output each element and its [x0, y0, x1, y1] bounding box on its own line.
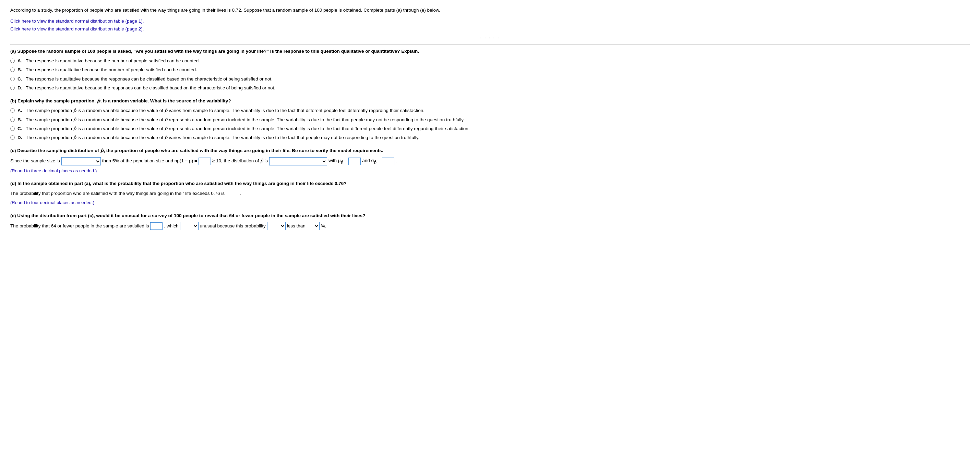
dots-divider: · · · · ·	[10, 35, 970, 41]
part-a-option-d: D. The response is quantitative because …	[10, 85, 970, 92]
part-a-label: (a) Suppose the random sample of 100 peo…	[10, 48, 970, 55]
part-e-dropdown-lessthan[interactable]: is is not	[267, 222, 286, 230]
part-c-sub-sigma: p̂	[374, 160, 377, 164]
part-c-text-and: and σp̂ =	[362, 157, 380, 165]
part-b-text-d: The sample proportion p̂ is a random var…	[26, 134, 970, 141]
part-c-label: (c) Describe the sampling distribution o…	[10, 147, 970, 154]
part-c-sampling-row: Since the sample size is less than great…	[10, 157, 970, 165]
part-e-row: The probability that 64 or fewer people …	[10, 222, 970, 230]
part-b-option-d: D. The sample proportion p̂ is a random …	[10, 134, 970, 141]
part-b-option-c: C. The sample proportion p̂ is a random …	[10, 125, 970, 132]
part-a-label-b: B.	[18, 67, 24, 73]
part-c-text-since: Since the sample size is	[10, 158, 60, 165]
part-c-input-mu[interactable]	[348, 158, 361, 165]
part-a-label-d: D.	[18, 85, 24, 92]
part-a-question: Suppose the random sample of 100 people …	[17, 49, 419, 54]
part-a-radio-c[interactable]	[10, 77, 15, 81]
divider	[10, 44, 970, 44]
part-a-label-c: C.	[18, 76, 24, 82]
part-e-text-unusual: unusual because this probability	[200, 223, 266, 230]
part-e-text-start: The probability that 64 or fewer people …	[10, 223, 149, 230]
part-c-dropdown-dist[interactable]: approximately normal exactly normal skew…	[269, 157, 327, 165]
part-a-text-d: The response is quantitative because the…	[26, 85, 970, 92]
part-e-dropdown-is[interactable]: is is not	[180, 222, 199, 230]
part-b-label: (b) Explain why the sample proportion, p…	[10, 98, 970, 105]
part-c-section: (c) Describe the sampling distribution o…	[10, 147, 970, 174]
part-a-option-c: C. The response is qualitative because t…	[10, 76, 970, 82]
part-a-radio-d[interactable]	[10, 86, 15, 90]
part-b-radio-b[interactable]	[10, 117, 15, 122]
part-d-row: The probability that proportion who are …	[10, 190, 970, 197]
part-c-round-note: (Round to three decimal places as needed…	[10, 168, 970, 174]
part-e-label: (e) Using the distribution from part (c)…	[10, 212, 970, 219]
part-b-radio-a[interactable]	[10, 108, 15, 113]
part-c-sub-mu: p̂	[341, 160, 343, 164]
part-c-input-np[interactable]	[199, 158, 211, 165]
part-d-round-note: (Round to four decimal places as needed.…	[10, 200, 970, 206]
part-a-option-a: A. The response is quantitative because …	[10, 57, 970, 64]
part-c-input-sigma[interactable]	[382, 158, 395, 165]
part-e-question: Using the distribution from part (c), wo…	[17, 213, 365, 218]
part-d-label: (d) In the sample obtained in part (a), …	[10, 180, 970, 187]
part-b-label-b: B.	[18, 116, 24, 123]
part-d-period: .	[240, 190, 241, 197]
part-b-text-b: The sample proportion p̂ is a random var…	[26, 116, 970, 123]
part-e-input-prob[interactable]	[150, 222, 162, 230]
part-a-radio-b[interactable]	[10, 68, 15, 72]
part-d-input[interactable]	[226, 190, 238, 197]
part-c-dropdown-size[interactable]: less than greater than equal to	[61, 157, 101, 165]
part-a-option-b: B. The response is qualitative because t…	[10, 67, 970, 73]
part-a-label-a: A.	[18, 57, 24, 64]
part-c-text-with: with μp̂ =	[328, 157, 347, 165]
part-b-question: Explain why the sample proportion, p̂, i…	[18, 98, 231, 103]
part-c-text-geq10: ≥ 10, the distribution of p̂ is	[212, 158, 268, 165]
link-page1[interactable]: Click here to view the standard normal d…	[10, 18, 970, 25]
part-a-options: A. The response is quantitative because …	[10, 57, 970, 92]
part-b-label-c: C.	[18, 125, 24, 132]
part-b-options: A. The sample proportion p̂ is a random …	[10, 107, 970, 141]
part-e-text-which: , which	[164, 223, 178, 230]
part-a-section: (a) Suppose the random sample of 100 peo…	[10, 48, 970, 92]
part-e-dropdown-pct[interactable]: 1 5 10	[307, 222, 320, 230]
part-c-text-than: than 5% of the population size and np(1 …	[102, 158, 197, 165]
part-a-text-b: The response is qualitative because the …	[26, 67, 970, 73]
part-b-radio-d[interactable]	[10, 135, 15, 140]
part-c-question: Describe the sampling distribution of p̂…	[17, 148, 383, 153]
part-b-label-d: D.	[18, 134, 24, 141]
part-e-text-pct: %.	[321, 223, 326, 230]
part-b-radio-c[interactable]	[10, 127, 15, 131]
part-d-question: In the sample obtained in part (a), what…	[18, 181, 346, 186]
part-d-section: (d) In the sample obtained in part (a), …	[10, 180, 970, 206]
part-b-section: (b) Explain why the sample proportion, p…	[10, 98, 970, 141]
link-section: Click here to view the standard normal d…	[10, 18, 970, 33]
intro-text: According to a study, the proportion of …	[10, 7, 970, 14]
part-b-label-a: A.	[18, 107, 24, 114]
part-e-section: (e) Using the distribution from part (c)…	[10, 212, 970, 230]
part-b-text-a: The sample proportion p̂ is a random var…	[26, 107, 970, 114]
part-b-option-a: A. The sample proportion p̂ is a random …	[10, 107, 970, 114]
part-a-text-a: The response is quantitative because the…	[26, 57, 970, 64]
part-b-text-c: The sample proportion p̂ is a random var…	[26, 125, 970, 132]
part-b-option-b: B. The sample proportion p̂ is a random …	[10, 116, 970, 123]
part-e-text-lessthan: less than	[287, 223, 305, 230]
part-a-text-c: The response is qualitative because the …	[26, 76, 970, 82]
part-a-radio-a[interactable]	[10, 59, 15, 63]
link-page2[interactable]: Click here to view the standard normal d…	[10, 26, 970, 33]
part-d-text: The probability that proportion who are …	[10, 190, 224, 197]
part-c-text-period: .	[396, 158, 397, 165]
